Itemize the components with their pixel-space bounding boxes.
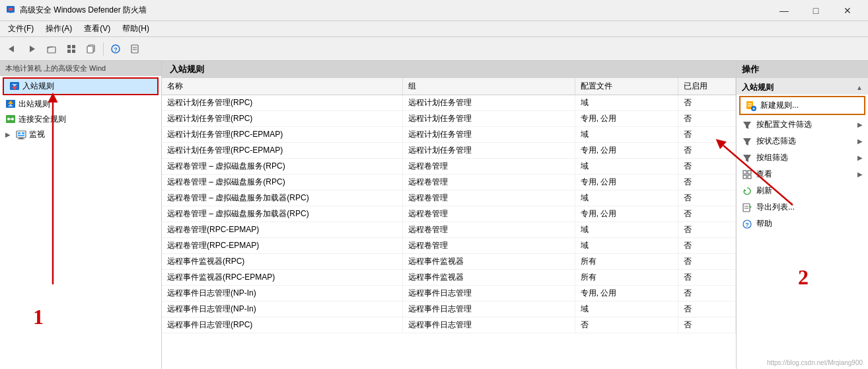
toolbar-help[interactable]: ? (106, 40, 125, 58)
action-filter-profile[interactable]: 按配置文件筛选 ▶ (737, 116, 868, 133)
tree-outbound-label: 出站规则 (18, 99, 50, 110)
view-label: 查看 (756, 169, 772, 180)
svg-rect-6 (67, 45, 71, 48)
tree-item-connection[interactable]: 连接安全规则 (0, 112, 161, 127)
action-filter-group[interactable]: 按组筛选 ▶ (737, 149, 868, 166)
table-row[interactable]: 远程事件日志管理(RPC) 远程事件日志管理 否 否 (162, 317, 736, 333)
filter-group-icon (742, 153, 752, 163)
center-panel: 入站规则 名称 组 配置文件 已启用 远程计划任务管理(RPC) 远程计划任务 (162, 61, 736, 369)
table-row[interactable]: 远程卷管理(RPC-EPMAP) 远程卷管理 域 否 (162, 238, 736, 254)
svg-rect-41 (743, 171, 746, 174)
filter-status-label: 按状态筛选 (756, 136, 796, 147)
tree-item-inbound[interactable]: 入站规则 (3, 77, 159, 95)
cell-name: 远程卷管理(RPC-EPMAP) (162, 238, 403, 254)
close-button[interactable]: ✕ (832, 0, 863, 21)
col-group[interactable]: 组 (403, 78, 575, 95)
cell-profile: 域 (575, 238, 678, 254)
toolbar-copy[interactable] (82, 40, 100, 58)
toolbar-back[interactable] (3, 40, 21, 58)
cell-name: 远程事件监视器(RPC-EPMAP) (162, 270, 403, 286)
tree-item-monitor[interactable]: ▶ 监视 (0, 127, 161, 142)
cell-name: 远程卷管理(RPC-EPMAP) (162, 222, 403, 238)
toolbar-open[interactable] (42, 40, 61, 58)
cell-profile: 域 (575, 222, 678, 238)
section-expand-icon: ▲ (856, 84, 863, 91)
table-row[interactable]: 远程计划任务管理(RPC-EPMAP) 远程计划任务管理 专用, 公用 否 (162, 143, 736, 159)
toolbar-forward[interactable] (22, 40, 41, 58)
table-row[interactable]: 远程计划任务管理(RPC-EPMAP) 远程计划任务管理 域 否 (162, 127, 736, 143)
table-row[interactable]: 远程卷管理 – 虚拟磁盘服务加载器(RPC) 远程卷管理 专用, 公用 否 (162, 206, 736, 222)
table-row[interactable]: 远程卷管理 – 虚拟磁盘服务(RPC) 远程卷管理 专用, 公用 否 (162, 175, 736, 190)
action-refresh[interactable]: 刷新 (737, 183, 868, 199)
menu-file[interactable]: 文件(F) (3, 22, 39, 36)
cell-name: 远程卷管理 – 虚拟磁盘服务加载器(RPC) (162, 190, 403, 206)
table-row[interactable]: 远程卷管理(RPC-EPMAP) 远程卷管理 域 否 (162, 222, 736, 238)
cell-enabled: 否 (678, 175, 736, 190)
minimize-button[interactable]: — (769, 0, 799, 21)
cell-profile: 专用, 公用 (575, 206, 678, 222)
cell-name: 远程卷管理 – 虚拟磁盘服务加载器(RPC) (162, 206, 403, 222)
tree-item-outbound[interactable]: 出站规则 (0, 97, 161, 112)
table-row[interactable]: 远程事件监视器(RPC) 远程事件监视器 所有 否 (162, 254, 736, 270)
col-name[interactable]: 名称 (162, 78, 403, 95)
title-bar: 高级安全 Windows Defender 防火墙 — □ ✕ (0, 0, 868, 21)
action-view[interactable]: 查看 ▶ (737, 166, 868, 183)
table-row[interactable]: 远程事件日志管理(NP-In) 远程事件日志管理 专用, 公用 否 (162, 286, 736, 302)
tree-monitor-label: 监视 (29, 129, 45, 140)
rules-table-container[interactable]: 名称 组 配置文件 已启用 远程计划任务管理(RPC) 远程计划任务管理 域 否… (162, 78, 736, 369)
cell-name: 远程事件日志管理(NP-In) (162, 302, 403, 317)
table-row[interactable]: 远程卷管理 – 虚拟磁盘服务加载器(RPC) 远程卷管理 域 否 (162, 190, 736, 206)
svg-rect-2 (9, 8, 13, 11)
table-row[interactable]: 远程事件监视器(RPC-EPMAP) 远程事件监视器 所有 否 (162, 270, 736, 286)
tree-inbound-label: 入站规则 (22, 81, 54, 92)
svg-rect-7 (72, 45, 75, 48)
toolbar-export[interactable] (126, 40, 145, 58)
center-panel-header: 入站规则 (162, 61, 736, 78)
toolbar-separator (103, 42, 104, 56)
right-panel-header: 操作 (737, 61, 868, 78)
help-icon: ? (742, 219, 752, 229)
cell-enabled: 否 (678, 270, 736, 286)
cell-profile: 专用, 公用 (575, 286, 678, 302)
action-filter-status[interactable]: 按状态筛选 ▶ (737, 133, 868, 149)
toolbar-grid[interactable] (62, 40, 81, 58)
cell-profile: 域 (575, 190, 678, 206)
action-new-rule[interactable]: + 新建规则... (739, 96, 865, 115)
new-rule-label: 新建规则... (760, 100, 799, 111)
col-enabled[interactable]: 已启用 (678, 78, 736, 95)
cell-enabled: 否 (678, 127, 736, 143)
table-row[interactable]: 远程计划任务管理(RPC) 远程计划任务管理 专用, 公用 否 (162, 111, 736, 127)
cell-profile: 域 (575, 95, 678, 111)
svg-rect-9 (72, 50, 75, 53)
maximize-button[interactable]: □ (801, 0, 831, 21)
refresh-label: 刷新 (756, 185, 772, 196)
cell-profile: 域 (575, 302, 678, 317)
cell-group: 远程事件日志管理 (403, 286, 575, 302)
table-row[interactable]: 远程事件日志管理(NP-In) 远程事件日志管理 域 否 (162, 302, 736, 317)
cell-profile: 所有 (575, 270, 678, 286)
title-text: 高级安全 Windows Defender 防火墙 (20, 5, 147, 16)
svg-rect-8 (67, 50, 71, 53)
cell-group: 远程计划任务管理 (403, 95, 575, 111)
right-panel: 操作 入站规则 ▲ + 新建规则... (736, 61, 868, 369)
action-help[interactable]: ? 帮助 (737, 216, 868, 232)
filter-group-label: 按组筛选 (756, 152, 788, 163)
cell-profile: 域 (575, 127, 678, 143)
menu-view[interactable]: 查看(V) (79, 22, 116, 36)
cell-group: 远程卷管理 (403, 222, 575, 238)
new-rule-icon: + (746, 101, 756, 111)
watermark: https://blog.csdn.net/Mrqiang900 (767, 359, 863, 366)
menu-help[interactable]: 帮助(H) (117, 22, 155, 36)
action-export[interactable]: 导出列表... (737, 199, 868, 216)
table-row[interactable]: 远程卷管理 – 虚拟磁盘服务(RPC) 远程卷管理 域 否 (162, 159, 736, 175)
col-profile[interactable]: 配置文件 (575, 78, 678, 95)
view-icon (742, 169, 752, 180)
svg-rect-32 (18, 135, 24, 136)
cell-profile: 专用, 公用 (575, 175, 678, 190)
menu-action[interactable]: 操作(A) (40, 22, 77, 36)
svg-marker-4 (30, 46, 35, 52)
svg-rect-46 (743, 204, 750, 212)
svg-rect-42 (748, 171, 751, 174)
table-row[interactable]: 远程计划任务管理(RPC) 远程计划任务管理 域 否 (162, 95, 736, 111)
expand-icon: ▶ (5, 131, 13, 138)
